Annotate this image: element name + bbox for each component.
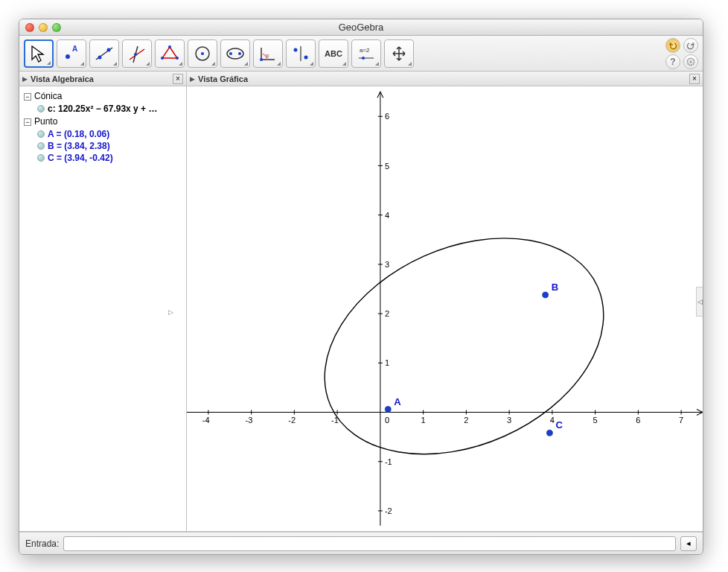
ellipse-tool[interactable]: [220, 39, 250, 68]
svg-text:2: 2: [464, 416, 468, 425]
settings-button[interactable]: [683, 54, 698, 69]
svg-point-67: [290, 197, 637, 496]
svg-text:4: 4: [550, 416, 555, 425]
svg-point-17: [260, 58, 263, 61]
svg-point-20: [294, 48, 298, 51]
polygon-tool[interactable]: [155, 39, 185, 68]
algebra-item-b[interactable]: B = (3.84, 2.38): [37, 140, 182, 152]
toolbar: A α ABC: [19, 36, 703, 72]
svg-point-70: [543, 292, 549, 298]
graphics-canvas[interactable]: -4-3-2-101234567-2-1123456ABC: [187, 86, 703, 531]
svg-text:-2: -2: [288, 416, 296, 425]
svg-text:α: α: [266, 53, 269, 58]
algebra-body[interactable]: −Cónica c: 120.25x² − 67.93x y + … −Punt…: [19, 86, 186, 531]
angle-tool[interactable]: α: [253, 39, 283, 68]
algebra-panel: ▶ Vista Algebraica × −Cónica c: 120.25x²…: [19, 72, 187, 531]
algebra-item-c-point[interactable]: C = (3.94, -0.42): [37, 152, 182, 164]
svg-point-13: [201, 52, 204, 55]
algebra-panel-header: ▶ Vista Algebraica ×: [19, 72, 186, 86]
minimize-window-button[interactable]: [39, 23, 48, 32]
svg-point-7: [134, 53, 137, 56]
window-title: GeoGebra: [19, 22, 703, 33]
svg-text:6: 6: [385, 112, 389, 121]
svg-point-72: [546, 430, 552, 436]
svg-text:3: 3: [385, 260, 389, 269]
input-submit-button[interactable]: ◂: [680, 536, 697, 551]
traffic-lights: [25, 23, 61, 32]
svg-text:3: 3: [507, 416, 511, 425]
svg-text:A: A: [394, 396, 401, 407]
reflect-tool[interactable]: [286, 39, 316, 68]
text-tool-label: ABC: [325, 49, 342, 58]
text-tool[interactable]: ABC: [319, 39, 348, 68]
algebra-item-a[interactable]: A = (0.18, 0.06): [37, 128, 182, 140]
move-tool[interactable]: [24, 39, 54, 68]
content-area: ▶ Vista Algebraica × −Cónica c: 120.25x²…: [19, 72, 703, 532]
plot-svg[interactable]: -4-3-2-101234567-2-1123456ABC: [187, 86, 703, 531]
app-window: GeoGebra A α: [19, 19, 703, 555]
algebra-panel-title: Vista Algebraica: [31, 74, 173, 83]
svg-text:2: 2: [385, 309, 389, 318]
svg-point-9: [168, 45, 171, 48]
svg-point-16: [238, 52, 241, 55]
svg-point-4: [107, 48, 111, 51]
svg-text:-1: -1: [385, 457, 392, 466]
svg-text:4: 4: [385, 211, 389, 220]
point-tool[interactable]: A: [57, 39, 86, 68]
svg-text:-3: -3: [246, 416, 253, 425]
visibility-bullet-icon[interactable]: [37, 130, 45, 138]
visibility-bullet-icon[interactable]: [37, 154, 45, 162]
svg-text:6: 6: [636, 416, 640, 425]
gear-icon: [686, 57, 695, 66]
input-bar: Entrada: ◂: [19, 532, 703, 554]
svg-text:A: A: [72, 45, 77, 53]
svg-point-68: [385, 407, 391, 413]
collapse-toggle[interactable]: −: [24, 93, 31, 101]
graphics-panel-close[interactable]: ×: [689, 74, 700, 84]
chevron-right-icon[interactable]: ▶: [190, 75, 195, 83]
zoom-window-button[interactable]: [52, 23, 61, 32]
close-window-button[interactable]: [25, 23, 34, 32]
svg-text:-2: -2: [385, 506, 392, 515]
svg-text:B: B: [552, 282, 558, 293]
chevron-right-icon[interactable]: ▶: [22, 75, 28, 83]
toolbar-right: ?: [665, 38, 698, 69]
collapse-toggle[interactable]: −: [24, 118, 31, 126]
undo-button[interactable]: [665, 38, 680, 53]
graphics-panel: ▶ Vista Gráfica × -4-3-2-101234567-2-112…: [187, 72, 703, 531]
algebra-item-c[interactable]: c: 120.25x² − 67.93x y + …: [37, 103, 182, 115]
left-expand-handle[interactable]: ▷: [167, 297, 174, 327]
graphics-panel-title: Vista Gráfica: [198, 74, 689, 83]
svg-text:7: 7: [679, 416, 683, 425]
svg-point-25: [690, 60, 692, 63]
perpendicular-tool[interactable]: [122, 39, 152, 68]
help-button[interactable]: ?: [665, 54, 680, 69]
svg-marker-8: [162, 47, 177, 58]
titlebar: GeoGebra: [19, 19, 703, 36]
side-expand-handle[interactable]: ◁: [696, 287, 703, 317]
svg-point-23: [362, 57, 365, 60]
visibility-bullet-icon[interactable]: [37, 142, 45, 150]
svg-text:-1: -1: [331, 416, 339, 425]
redo-button[interactable]: [683, 38, 698, 53]
input-label: Entrada:: [25, 538, 59, 549]
svg-point-10: [176, 57, 179, 60]
svg-text:C: C: [555, 419, 563, 430]
move-drag-tool[interactable]: [384, 39, 414, 68]
svg-text:-4: -4: [202, 416, 210, 425]
svg-text:1: 1: [421, 416, 426, 425]
svg-text:1: 1: [385, 358, 389, 367]
svg-text:5: 5: [593, 416, 598, 425]
svg-point-0: [66, 54, 70, 59]
command-input[interactable]: [63, 536, 676, 551]
svg-point-11: [161, 57, 164, 60]
slider-tool[interactable]: a=2: [351, 39, 381, 68]
circle-tool[interactable]: [188, 39, 217, 68]
svg-text:0: 0: [385, 416, 389, 425]
algebra-panel-close[interactable]: ×: [173, 74, 183, 84]
slider-tool-text: a=2: [360, 47, 370, 54]
line-tool[interactable]: [89, 39, 119, 68]
visibility-bullet-icon[interactable]: [37, 105, 45, 112]
category-conic[interactable]: −Cónica: [24, 91, 182, 101]
category-punto[interactable]: −Punto: [24, 116, 182, 127]
